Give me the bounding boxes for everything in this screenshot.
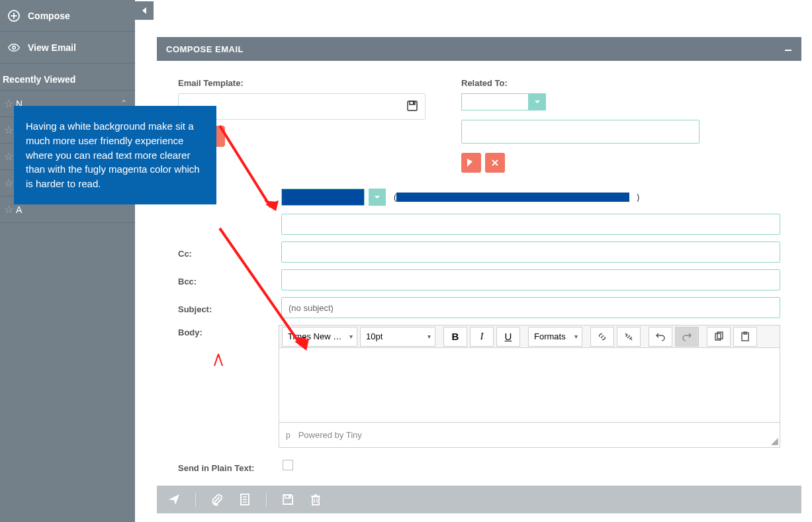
editor-body[interactable] [279,348,780,422]
sidebar-view-email[interactable]: View Email [0,32,135,64]
to-input[interactable] [281,214,780,235]
trash-icon[interactable] [309,493,322,506]
document-icon[interactable] [238,493,251,506]
formats-select[interactable]: Formats [528,327,582,347]
svg-rect-19 [312,497,319,505]
cc-input[interactable] [281,241,780,263]
editor-toolbar: Times New … 10pt B I U Formats [279,326,780,348]
recently-viewed-title: Recently Viewed [0,64,135,91]
related-to-record-input[interactable] [461,120,699,144]
from-hint: ( ) [394,193,639,202]
related-to-dropdown-button[interactable] [529,93,546,110]
redacted-text [396,193,629,202]
panel-collapse-icon[interactable]: – [784,42,792,57]
svg-rect-6 [413,102,414,104]
from-dropdown-button[interactable] [369,189,386,206]
plain-text-checkbox[interactable] [283,460,293,470]
eye-icon [8,42,20,54]
sidebar-compose[interactable]: Compose [0,0,135,32]
undo-button[interactable] [649,327,672,347]
svg-rect-4 [408,101,417,110]
subject-input[interactable] [281,297,780,318]
annotation-marker-icon [210,353,226,369]
plus-circle-icon [8,10,20,22]
save-draft-icon[interactable] [281,493,294,506]
bold-button[interactable]: B [443,327,467,347]
tooltip-text: Having a white background make sit a muc… [26,120,200,189]
resize-handle-icon[interactable]: ◢ [771,435,778,446]
powered-by-label: Powered by Tiny [298,430,362,440]
annotation-tooltip: Having a white background make sit a muc… [14,106,216,204]
sidebar-view-label: View Email [28,42,76,53]
svg-point-3 [13,46,16,49]
bcc-input[interactable] [281,269,780,290]
font-size-select[interactable]: 10pt [360,327,435,347]
related-to-label: Related To: [461,78,780,88]
save-template-icon[interactable] [407,101,419,112]
attachment-icon[interactable] [210,493,224,506]
annotation-arrow [216,225,316,357]
panel-title: COMPOSE EMAIL [166,44,244,54]
related-select-button[interactable] [461,153,481,173]
annotation-arrow [216,122,283,222]
rich-text-editor: Times New … 10pt B I U Formats [279,325,780,448]
separator [266,492,267,507]
underline-button[interactable]: U [496,327,520,347]
redo-button[interactable] [675,327,699,347]
action-bar [157,486,801,513]
italic-button[interactable]: I [470,327,494,347]
separator [195,492,196,507]
plain-text-label: Send in Plain Text: [178,460,283,473]
svg-rect-18 [289,496,290,498]
star-icon[interactable]: ☆ [1,203,16,216]
send-icon[interactable] [167,493,181,506]
editor-path: p [286,431,291,440]
related-to-module-select[interactable] [461,93,529,110]
svg-line-27 [220,228,301,345]
sidebar-collapse-button[interactable] [135,1,154,20]
link-button[interactable] [590,327,614,347]
from-select[interactable] [281,189,365,206]
panel-header: COMPOSE EMAIL – [157,37,801,61]
editor-footer: p Powered by Tiny ◢ [279,422,780,447]
copy-button[interactable] [707,327,731,347]
sidebar: Compose View Email Recently Viewed ☆ N ⌃… [0,0,135,522]
sidebar-compose-label: Compose [28,11,70,21]
unlink-button[interactable] [617,327,641,347]
paste-button[interactable] [733,327,757,347]
related-remove-button[interactable] [485,153,505,173]
svg-line-24 [220,126,271,207]
recently-viewed-label: A [16,204,22,215]
email-template-label: Email Template: [178,78,461,88]
